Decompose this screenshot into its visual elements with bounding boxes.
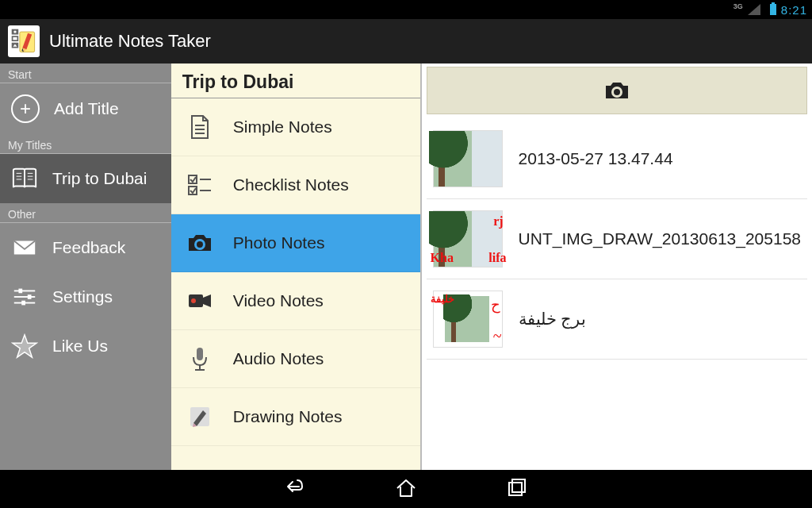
recents-button[interactable] bbox=[505, 475, 529, 502]
annotation-text: lifa bbox=[488, 251, 506, 265]
photo-thumbnail: Bu rj Kha lifa bbox=[433, 210, 503, 267]
svg-rect-23 bbox=[21, 301, 25, 306]
sidebar-item-trip[interactable]: Trip to Dubai bbox=[0, 154, 171, 203]
notetype-audio-label: Audio Notes bbox=[233, 349, 324, 368]
take-photo-button[interactable] bbox=[427, 67, 807, 114]
sidebar-item-feedback-label: Feedback bbox=[52, 238, 125, 257]
photo-item[interactable]: خليفة ح ~ برج خليفة bbox=[427, 279, 807, 360]
notetype-drawing-label: Drawing Notes bbox=[233, 407, 343, 426]
svg-rect-36 bbox=[197, 348, 203, 360]
svg-marker-34 bbox=[203, 294, 211, 307]
notetype-drawing[interactable]: Drawing Notes bbox=[171, 388, 420, 446]
svg-marker-24 bbox=[13, 335, 36, 357]
app-icon bbox=[8, 25, 40, 57]
notetype-simple-label: Simple Notes bbox=[233, 117, 332, 137]
sidebar-section-start: Start bbox=[0, 64, 171, 83]
photo-item[interactable]: 2013-05-27 13.47.44 bbox=[427, 119, 807, 199]
svg-rect-44 bbox=[509, 483, 522, 495]
sidebar-section-mytitles: My Titles bbox=[0, 134, 171, 154]
svg-point-2 bbox=[13, 30, 16, 33]
sliders-icon bbox=[11, 283, 38, 310]
annotation-text: Kha bbox=[431, 251, 454, 265]
add-title-button[interactable]: + Add Title bbox=[0, 83, 171, 134]
svg-rect-43 bbox=[512, 479, 525, 492]
sidebar-item-likeus[interactable]: Like Us bbox=[0, 321, 171, 371]
photo-label: UNT_IMG_DRAW_20130613_205158 bbox=[519, 229, 801, 248]
right-pane: 2013-05-27 13.47.44 Bu rj Kha lifa UNT_I… bbox=[422, 64, 812, 470]
checklist-icon bbox=[186, 171, 214, 199]
note-types-panel: Trip to Dubai Simple Notes Checklist Not… bbox=[171, 64, 422, 470]
notetype-audio[interactable]: Audio Notes bbox=[171, 330, 420, 388]
star-icon bbox=[11, 333, 38, 360]
sidebar: Start + Add Title My Titles Trip to Duba… bbox=[0, 64, 171, 470]
photo-label: 2013-05-27 13.47.44 bbox=[519, 149, 801, 168]
annotation-squiggle: ح bbox=[491, 296, 500, 314]
document-icon bbox=[186, 113, 214, 141]
camera-icon bbox=[603, 76, 631, 105]
notetype-simple[interactable]: Simple Notes bbox=[171, 98, 420, 156]
sidebar-item-settings-label: Settings bbox=[52, 287, 113, 306]
battery-icon bbox=[770, 4, 776, 15]
sidebar-item-settings[interactable]: Settings bbox=[0, 272, 171, 321]
photo-thumbnail: خليفة ح ~ bbox=[433, 291, 503, 348]
status-bar: 3G 8:21 bbox=[0, 0, 812, 19]
sidebar-item-feedback[interactable]: Feedback bbox=[0, 223, 171, 272]
video-icon bbox=[186, 287, 214, 315]
svg-point-35 bbox=[191, 298, 196, 303]
book-icon bbox=[11, 165, 38, 192]
note-types-header: Trip to Dubai bbox=[171, 64, 420, 98]
annotation-text: خليفة bbox=[431, 293, 454, 306]
svg-rect-4 bbox=[13, 37, 17, 40]
notetype-video[interactable]: Video Notes bbox=[171, 272, 420, 330]
photo-item[interactable]: Bu rj Kha lifa UNT_IMG_DRAW_20130613_205… bbox=[427, 199, 807, 279]
mail-icon bbox=[11, 234, 38, 261]
svg-rect-21 bbox=[28, 294, 32, 299]
notetype-checklist[interactable]: Checklist Notes bbox=[171, 156, 420, 214]
action-bar: Ultimate Notes Taker bbox=[0, 19, 812, 64]
notetype-video-label: Video Notes bbox=[233, 291, 324, 310]
annotation-squiggle: ~ bbox=[493, 327, 502, 345]
notetype-photo[interactable]: Photo Notes bbox=[171, 214, 420, 272]
annotation-text: Bu bbox=[432, 214, 448, 229]
app-title: Ultimate Notes Taker bbox=[49, 31, 211, 52]
main: Start + Add Title My Titles Trip to Duba… bbox=[0, 64, 812, 470]
microphone-icon bbox=[186, 344, 214, 373]
photo-list: 2013-05-27 13.47.44 Bu rj Kha lifa UNT_I… bbox=[422, 114, 812, 364]
network-3g-label: 3G bbox=[733, 3, 743, 10]
back-button[interactable] bbox=[283, 475, 307, 502]
photo-thumbnail bbox=[433, 130, 503, 187]
home-button[interactable] bbox=[394, 475, 418, 502]
svg-rect-19 bbox=[18, 289, 22, 294]
sidebar-item-likeus-label: Like Us bbox=[52, 337, 108, 356]
annotation-text: rj bbox=[493, 214, 503, 229]
sidebar-item-trip-label: Trip to Dubai bbox=[52, 169, 147, 188]
sidebar-section-other: Other bbox=[0, 203, 171, 223]
add-title-label: Add Title bbox=[54, 99, 119, 118]
clock: 8:21 bbox=[781, 3, 807, 17]
plus-circle-icon: + bbox=[11, 94, 40, 123]
notetype-checklist-label: Checklist Notes bbox=[233, 175, 349, 194]
photo-label: برج خليفة bbox=[519, 310, 801, 329]
signal-icon bbox=[748, 4, 760, 15]
system-navbar bbox=[0, 470, 812, 508]
camera-icon bbox=[186, 229, 214, 257]
notetype-photo-label: Photo Notes bbox=[233, 233, 325, 252]
pencil-icon bbox=[186, 402, 214, 431]
